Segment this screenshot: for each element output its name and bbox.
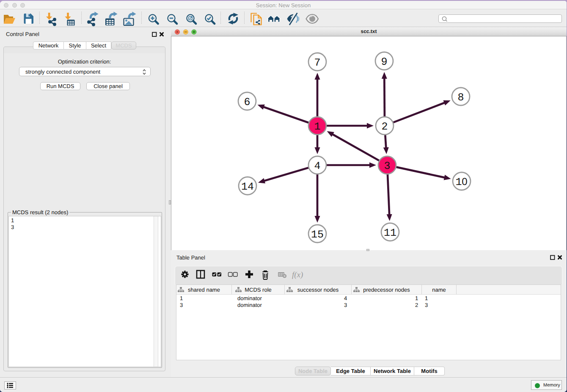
svg-text:2: 2: [381, 121, 388, 133]
svg-text:4: 4: [314, 160, 320, 172]
svg-text:1: 1: [455, 176, 462, 188]
svg-text:11: 11: [384, 227, 396, 239]
svg-text:1: 1: [314, 121, 320, 133]
svg-text:14: 14: [241, 181, 254, 193]
svg-text:3: 3: [384, 160, 390, 172]
svg-text:7: 7: [314, 57, 320, 69]
svg-text:9: 9: [381, 56, 387, 68]
svg-text:6: 6: [244, 96, 250, 108]
svg-text:8: 8: [457, 91, 464, 104]
svg-text:0: 0: [462, 176, 467, 188]
svg-text:f(x): f(x): [292, 271, 303, 279]
svg-text:15: 15: [311, 229, 324, 241]
